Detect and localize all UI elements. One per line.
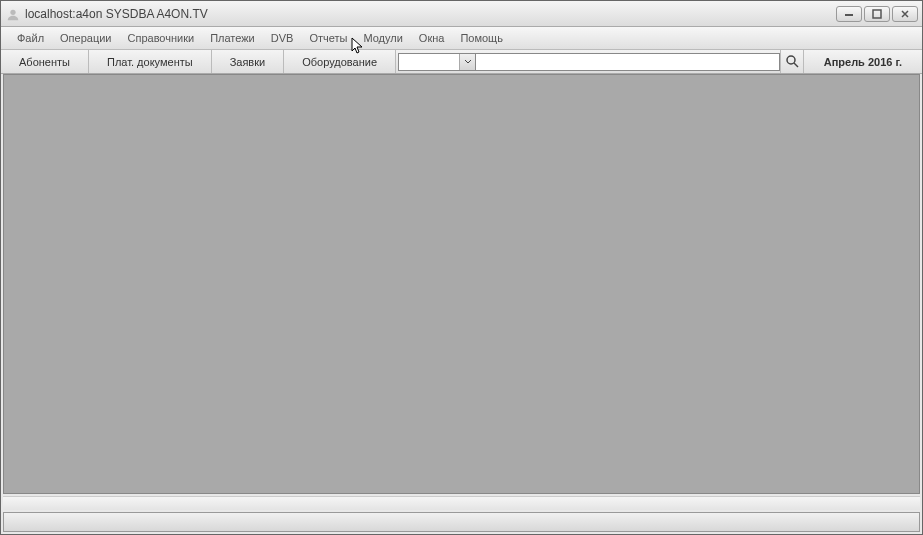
search-icon bbox=[785, 54, 799, 70]
svg-point-0 bbox=[10, 9, 15, 14]
tab-payment-docs[interactable]: Плат. документы bbox=[89, 50, 212, 73]
content-area bbox=[3, 74, 920, 494]
tab-equipment[interactable]: Оборудование bbox=[284, 50, 396, 73]
menu-operations[interactable]: Операции bbox=[52, 28, 119, 48]
menubar: Файл Операции Справочники Платежи DVB От… bbox=[1, 27, 922, 50]
search-input[interactable] bbox=[476, 53, 780, 71]
chevron-down-icon bbox=[459, 54, 475, 70]
menu-directories[interactable]: Справочники bbox=[120, 28, 203, 48]
splitter-bar[interactable] bbox=[3, 496, 920, 510]
close-button[interactable] bbox=[892, 6, 918, 22]
app-window: localhost:a4on SYSDBA A4ON.TV Файл Опера… bbox=[0, 0, 923, 535]
menu-reports[interactable]: Отчеты bbox=[301, 28, 355, 48]
svg-rect-1 bbox=[845, 14, 853, 16]
menu-help[interactable]: Помощь bbox=[452, 28, 511, 48]
titlebar: localhost:a4on SYSDBA A4ON.TV bbox=[1, 1, 922, 27]
toolbar: Абоненты Плат. документы Заявки Оборудов… bbox=[1, 50, 922, 74]
search-button[interactable] bbox=[780, 50, 804, 73]
period-label[interactable]: Апрель 2016 г. bbox=[804, 50, 922, 73]
app-icon bbox=[5, 6, 21, 22]
menu-dvb[interactable]: DVB bbox=[263, 28, 302, 48]
menu-payments[interactable]: Платежи bbox=[202, 28, 263, 48]
menu-file[interactable]: Файл bbox=[9, 28, 52, 48]
search-type-combo[interactable] bbox=[398, 53, 476, 71]
menu-modules[interactable]: Модули bbox=[355, 28, 410, 48]
svg-rect-2 bbox=[873, 10, 881, 18]
tab-requests[interactable]: Заявки bbox=[212, 50, 285, 73]
svg-point-3 bbox=[787, 56, 795, 64]
menu-windows[interactable]: Окна bbox=[411, 28, 453, 48]
minimize-button[interactable] bbox=[836, 6, 862, 22]
tab-subscribers[interactable]: Абоненты bbox=[1, 50, 89, 73]
statusbar bbox=[3, 512, 920, 532]
svg-line-4 bbox=[794, 63, 798, 67]
window-title: localhost:a4on SYSDBA A4ON.TV bbox=[25, 7, 208, 21]
maximize-button[interactable] bbox=[864, 6, 890, 22]
window-controls bbox=[836, 6, 918, 22]
